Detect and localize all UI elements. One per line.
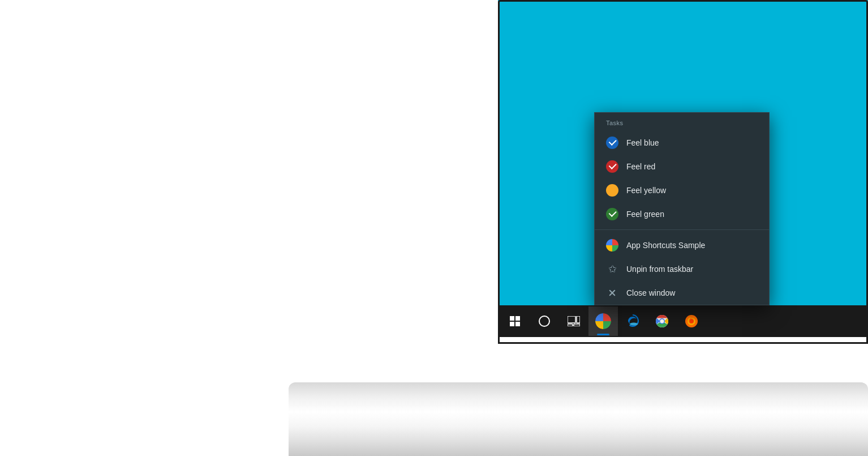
taskbar-chrome-button[interactable] [647, 306, 677, 336]
context-menu: Tasks Feel blue Feel red [594, 112, 770, 305]
blue-circle-icon [606, 137, 618, 149]
pinwheel-segment-blue [595, 313, 603, 321]
windows-icon [510, 316, 520, 326]
cortana-icon [539, 316, 550, 327]
taskbar [498, 305, 868, 337]
svg-rect-1 [568, 316, 575, 323]
pinwheel-segment-yellow [595, 321, 603, 329]
menu-item-unpin[interactable]: ✩ Unpin from taskbar [595, 257, 769, 281]
unpin-label: Unpin from taskbar [626, 265, 693, 274]
laptop-screen: Tasks Feel blue Feel red [498, 0, 868, 337]
pinwheel-icon [595, 313, 611, 329]
svg-point-0 [610, 188, 615, 193]
laptop-base-shape [289, 382, 868, 456]
feel-yellow-icon [606, 184, 618, 197]
active-indicator [597, 334, 609, 335]
unpin-icon: ✩ [606, 263, 618, 275]
close-window-label: Close window [626, 288, 675, 297]
feel-red-label: Feel red [626, 162, 655, 171]
star-icon: ✩ [608, 264, 617, 274]
pinwheel-segment-green [603, 321, 611, 329]
taskbar-firefox-button[interactable] [677, 306, 706, 336]
app-shortcuts-icon [606, 239, 618, 252]
taskbar-app-shortcuts-button[interactable] [588, 306, 618, 336]
svg-rect-4 [574, 324, 580, 326]
chrome-icon [655, 314, 669, 329]
green-circle-icon [606, 208, 618, 220]
svg-rect-3 [568, 324, 573, 326]
menu-item-feel-yellow[interactable]: Feel yellow [595, 178, 769, 202]
feel-blue-icon [606, 137, 618, 149]
desktop-background: Tasks Feel blue Feel red [498, 0, 868, 337]
svg-point-8 [660, 319, 664, 323]
feel-blue-label: Feel blue [626, 138, 659, 147]
menu-item-feel-red[interactable]: Feel red [595, 155, 769, 178]
context-menu-section-label: Tasks [595, 113, 769, 131]
menu-item-feel-green[interactable]: Feel green [595, 202, 769, 226]
taskbar-edge-button[interactable] [618, 306, 647, 336]
pinwheel-segment-red [603, 313, 611, 321]
svg-rect-2 [577, 316, 580, 323]
laptop-base [289, 337, 868, 456]
feel-green-icon [606, 208, 618, 220]
firefox-icon [684, 314, 699, 329]
taskbar-search-button[interactable] [530, 306, 559, 336]
menu-item-close-window[interactable]: Close window [595, 281, 769, 305]
menu-item-app-shortcuts[interactable]: App Shortcuts Sample [595, 233, 769, 257]
taskbar-start-button[interactable] [500, 306, 530, 336]
edge-icon [625, 314, 640, 329]
taskbar-taskview-button[interactable] [559, 306, 588, 336]
taskview-icon [568, 316, 580, 326]
svg-point-5 [630, 323, 638, 326]
menu-divider-1 [595, 229, 769, 230]
feel-green-label: Feel green [626, 210, 664, 219]
close-icon [606, 287, 618, 299]
x-icon [608, 288, 617, 297]
menu-item-feel-blue[interactable]: Feel blue [595, 131, 769, 155]
feel-red-icon [606, 160, 618, 173]
colorful-app-icon [606, 239, 618, 252]
yellow-circle-icon [606, 184, 618, 197]
app-shortcuts-label: App Shortcuts Sample [626, 241, 705, 250]
feel-yellow-label: Feel yellow [626, 186, 666, 195]
red-circle-icon [606, 160, 618, 173]
